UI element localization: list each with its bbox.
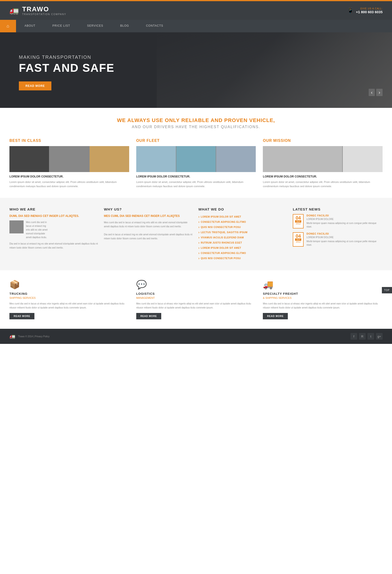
feature-title-2: LOREM IPSUM DOLOR CONSECTETUR.	[263, 175, 383, 178]
brand-name: TRAWO	[22, 5, 66, 13]
news-heading: LATEST NEWS	[293, 207, 383, 211]
footer: 🚛 Trawo © 2014 | Privacy Policy f R t g+	[0, 329, 392, 344]
phone-details: GIVE US A CALL: +1 800 603 6035	[356, 7, 383, 14]
services-section: 📦 TRUCKING SHIPPING SERVICES Mes cuml di…	[0, 270, 392, 329]
what-list: LOREM IPSUM DOLOR SIT AMET CONSECTETUR A…	[199, 214, 288, 261]
news-date-1: 04 SEP 2012	[293, 232, 304, 247]
news-month-1: SEP	[295, 238, 301, 241]
home-link[interactable]: ⌂	[0, 20, 16, 32]
list-item: VIVAMUS IACULIS ELEIFEND DIAM	[199, 235, 288, 240]
news-sub-0: LOREM IPSUM DOLORE	[306, 218, 383, 221]
list-item: QUIS NISI CONSECTETUR POSU	[199, 225, 288, 230]
news-item-1: 04 SEP 2012 DONEC FACILISI LOREM IPSUM D…	[293, 232, 383, 247]
latest-news-col: LATEST NEWS 04 SEP 2012 DONEC FACILISI L…	[293, 207, 383, 261]
services-link[interactable]: SERVICES	[79, 20, 112, 32]
privacy-link[interactable]: Privacy Policy	[35, 335, 50, 338]
tagline-section: WE ALWAYS USE ONLY RELIABLE AND PROVEN V…	[0, 108, 392, 136]
nav-contacts[interactable]: CONTACTS	[137, 20, 172, 32]
logo-icon: 🚛	[9, 6, 19, 15]
list-item: RUTRUM JUSTO RHONCUS EGET	[199, 240, 288, 245]
hero-title: FAST AND SAFE	[19, 62, 383, 74]
feature-image-0	[9, 146, 129, 172]
hero-arrows: ‹ ›	[369, 89, 383, 96]
feature-best-in-class: BEST IN CLASS LOREM IPSUM DOLOR CONSECTE…	[9, 139, 129, 188]
next-arrow[interactable]: ›	[376, 89, 383, 96]
logo-text: TRAWO TRANSPORTATION COMPANY	[22, 5, 66, 16]
news-day-1: 04	[295, 234, 301, 238]
service-trucking: 📦 TRUCKING SHIPPING SERVICES Mes cuml di…	[9, 280, 129, 319]
nav-services[interactable]: SERVICES	[79, 20, 112, 32]
service-text-2: Mes cuml dia sed in lacus ut elnasc etor…	[263, 302, 383, 310]
about-link[interactable]: ABOUT	[16, 20, 44, 32]
social-facebook[interactable]: f	[351, 333, 357, 340]
social-googleplus[interactable]: g+	[376, 333, 383, 340]
logo-area: 🚛 TRAWO TRANSPORTATION COMPANY	[9, 5, 66, 16]
news-item-0: 04 SEP 2012 DONEC FACILISI LOREM IPSUM D…	[293, 214, 383, 228]
service-text-1: Mes cuml dia sed in lacus ut elnasc etor…	[136, 302, 256, 310]
news-year-1: 2012	[295, 241, 301, 243]
news-content-0: DONEC FACILISI LOREM IPSUM DOLORE Morbi …	[306, 214, 383, 228]
service-btn-2[interactable]: READ MORE	[263, 313, 288, 319]
news-text-0: Morbi tempor quam massa adipiscing ut cu…	[306, 221, 383, 228]
contacts-link[interactable]: CONTACTS	[137, 20, 172, 32]
footer-left: 🚛 Trawo © 2014 | Privacy Policy	[9, 333, 50, 339]
news-day-0: 04	[295, 215, 301, 220]
logistics-icon: 💬	[136, 280, 256, 290]
service-sub-0: SHIPPING SERVICES	[9, 296, 129, 299]
feature-image-2	[263, 146, 383, 172]
service-sub-1: MANAGEMENT	[136, 296, 256, 299]
news-title-0: DONEC FACILISI	[306, 214, 383, 217]
phone-icon: 📱	[347, 8, 354, 14]
why-orange-text: MES CUML DIA SED INENIAS CET INGER LOT A…	[104, 214, 194, 218]
news-content-1: DONEC FACILISI LOREM IPSUM DOLORE Morbi …	[306, 232, 383, 247]
nav-home[interactable]: ⌂	[0, 20, 16, 32]
features-section: BEST IN CLASS LOREM IPSUM DOLOR CONSECTE…	[0, 136, 392, 198]
service-heading-2: SPECIALTY FREIGHT	[263, 292, 383, 295]
list-item: LOREM IPSUM DOLOR SIT AMET	[199, 214, 288, 219]
news-title-1: DONEC FACILISI	[306, 232, 383, 235]
hero-subtitle: MAKING TRANSPORTATION	[19, 55, 383, 60]
news-month-0: SEP	[295, 220, 301, 223]
list-item: LOREM IPSUM DOLOR SIT AMET	[199, 245, 288, 250]
who-inner: Mes cuml dia sed inlacus ut eniasct inge…	[9, 221, 99, 239]
service-heading-0: TRUCKING	[9, 292, 129, 295]
list-item: CONSECTETUR ADIPISCING ELITMO	[199, 250, 288, 256]
specialty-icon: 🚚	[263, 280, 383, 290]
service-btn-1[interactable]: READ MORE	[136, 313, 161, 319]
nav-blog[interactable]: BLOG	[112, 20, 137, 32]
list-item: LECTUS TRISTIQUE, SAGITTIS IPSUM	[199, 230, 288, 235]
feature-text-0: Lorem ipsum dolor sit amet, consectetur …	[9, 180, 129, 188]
who-heading: WHO WE ARE	[9, 207, 99, 211]
pricelist-link[interactable]: PRICE LIST	[44, 20, 78, 32]
prev-arrow[interactable]: ‹	[369, 89, 375, 96]
who-small-text: Mes cuml dia sed inlacus ut eniasct inge…	[26, 221, 48, 239]
list-item: QUIS NISI CONSECTETUR POSU	[199, 256, 288, 261]
news-year-0: 2012	[295, 223, 301, 225]
feature-title-1: LOREM IPSUM DOLOR CONSECTETUR.	[136, 175, 256, 178]
blog-link[interactable]: BLOG	[112, 20, 137, 32]
hero-read-more-button[interactable]: READ MORE	[19, 82, 51, 90]
top-button[interactable]: TOP	[382, 287, 392, 293]
trucking-icon: 📦	[9, 280, 129, 290]
feature-heading-1: OUR FLEET	[136, 139, 256, 143]
feature-our-fleet: OUR FLEET LOREM IPSUM DOLOR CONSECTETUR.…	[136, 139, 256, 188]
phone-number: +1 800 603 6035	[356, 10, 383, 14]
social-rss[interactable]: R	[359, 333, 366, 340]
what-we-do-col: WHAT WE DO LOREM IPSUM DOLOR SIT AMET CO…	[199, 207, 288, 261]
tagline-line1: WE ALWAYS USE ONLY RELIABLE AND PROVEN V…	[9, 117, 383, 123]
brand-subtitle: TRANSPORTATION COMPANY	[22, 13, 66, 16]
feature-text-1: Lorem ipsum dolor sit amet, consectetur …	[136, 180, 256, 188]
feature-image-1	[136, 146, 256, 172]
who-orange-text: DUML DIA SED INENIAS CET INGER LOT ALIIQ…	[9, 214, 99, 218]
news-date-0: 04 SEP 2012	[293, 214, 304, 228]
footer-logo-icon: 🚛	[9, 333, 15, 339]
service-btn-0[interactable]: READ MORE	[9, 313, 35, 319]
nav-pricelist[interactable]: PRICE LIST	[44, 20, 78, 32]
social-twitter[interactable]: t	[368, 333, 374, 340]
nav-about[interactable]: ABOUT	[16, 20, 44, 32]
why-main-text: Mes cuml dia sed in lacus ut eniasct ing…	[104, 221, 194, 241]
hero-section: MAKING TRANSPORTATION FAST AND SAFE READ…	[0, 32, 392, 108]
contact-info: 📱 GIVE US A CALL: +1 800 603 6035	[347, 7, 383, 14]
why-heading: WHY US?	[104, 207, 194, 211]
service-logistics: 💬 LOGISTICS MANAGEMENT Mes cuml dia sed …	[136, 280, 256, 319]
